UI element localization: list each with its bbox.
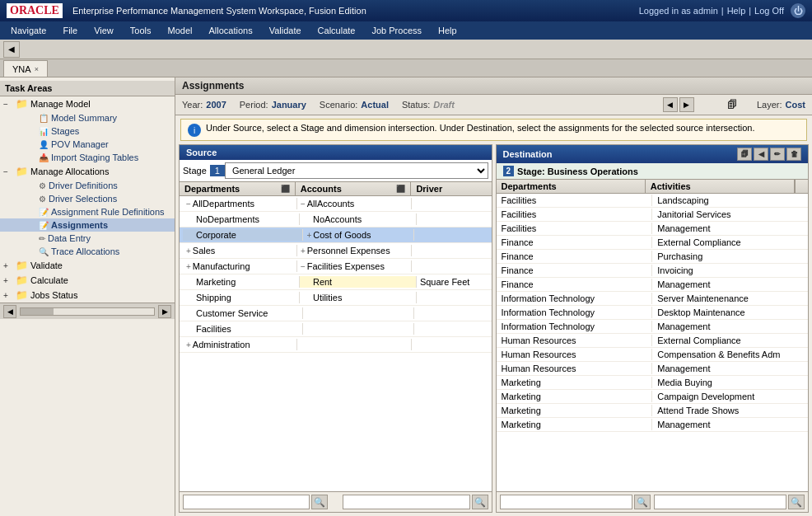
dest-edit-btn[interactable]: ✏: [770, 148, 785, 161]
dest-activity-search-btn[interactable]: 🔍: [788, 495, 805, 509]
scroll-left[interactable]: ◀: [3, 305, 16, 318]
menu-view[interactable]: View: [86, 23, 121, 38]
table-row[interactable]: Facilities Management: [497, 222, 809, 236]
table-row[interactable]: Customer Service: [180, 306, 492, 321]
account-search-input[interactable]: [343, 495, 469, 509]
dept-search-input[interactable]: [183, 495, 310, 509]
expand-icon[interactable]: −: [186, 199, 191, 209]
dept-cell: Information Technology: [497, 293, 653, 304]
dept-cell: Marketing: [497, 419, 653, 430]
back-button[interactable]: ◀: [3, 41, 20, 58]
menu-jobprocess[interactable]: Job Process: [364, 23, 429, 38]
table-row[interactable]: Marketing Rent Square Feet: [180, 274, 492, 290]
menu-tools[interactable]: Tools: [123, 23, 159, 38]
table-row[interactable]: +Sales +Personnel Expenses: [180, 243, 492, 259]
sidebar-item-assignment-rule-defs[interactable]: 📝 Assignment Rule Definitions: [0, 205, 175, 218]
page-icon: 🗐: [727, 99, 737, 110]
expand-icon[interactable]: +: [186, 262, 191, 271]
expand-icon[interactable]: +: [186, 246, 191, 256]
sidebar-item-assignments[interactable]: 📝 Assignments: [0, 218, 175, 232]
table-row[interactable]: Human Resources External Compliance: [497, 334, 809, 348]
nav-prev[interactable]: ◀: [663, 97, 678, 112]
table-row[interactable]: Information Technology Desktop Maintenan…: [497, 306, 809, 320]
dept-cell: Finance: [497, 265, 653, 276]
sidebar-item-driver-definitions[interactable]: ⚙ Driver Definitions: [0, 179, 175, 192]
layer-value: Cost: [786, 100, 805, 110]
tab-close-icon[interactable]: ×: [35, 65, 39, 73]
table-row[interactable]: Finance External Compliance: [497, 236, 809, 250]
dept-cell: Information Technology: [497, 321, 653, 332]
table-row[interactable]: Human Resources Compensation & Benefits …: [497, 348, 809, 362]
sidebar-item-pov-manager[interactable]: 👤 POV Manager: [0, 138, 175, 151]
expand-icon[interactable]: +: [186, 340, 191, 349]
table-row[interactable]: +Administration: [180, 337, 492, 353]
table-row[interactable]: Marketing Management: [497, 418, 809, 432]
table-row[interactable]: −AllDepartments −AllAccounts: [180, 196, 492, 212]
account-cell: Utilities: [300, 292, 417, 303]
menu-validate[interactable]: Validate: [262, 23, 309, 38]
dest-delete-btn[interactable]: 🗑: [786, 148, 801, 161]
account-search-button[interactable]: 🔍: [472, 495, 488, 509]
dest-dept-search[interactable]: [500, 495, 632, 509]
expand-icon: +: [3, 261, 13, 270]
table-row[interactable]: Finance Purchasing: [497, 250, 809, 264]
section-label: Jobs Status: [30, 290, 77, 300]
dept-cell: Marketing: [497, 405, 653, 416]
nav-next[interactable]: ▶: [679, 97, 694, 112]
dept-col-header: Departments ⬛: [180, 182, 296, 195]
dept-search-button[interactable]: 🔍: [311, 495, 328, 509]
sidebar-section-manage-model[interactable]: − 📁 Manage Model: [0, 96, 175, 111]
expand-icon[interactable]: −: [301, 262, 306, 271]
table-row[interactable]: Marketing Campaign Development: [497, 390, 809, 404]
sidebar-item-import-staging[interactable]: 📥 Import Staging Tables: [0, 151, 175, 164]
help-link[interactable]: Help: [727, 6, 746, 16]
table-row[interactable]: Finance Invoicing: [497, 264, 809, 278]
table-row[interactable]: Human Resources Management: [497, 362, 809, 376]
table-row[interactable]: Finance Management: [497, 278, 809, 292]
dept-cell: Corporate: [183, 229, 303, 241]
sidebar-item-driver-selections[interactable]: ⚙ Driver Selections: [0, 192, 175, 205]
sidebar-section-calculate[interactable]: + 📁 Calculate: [0, 273, 175, 288]
expand-icon[interactable]: +: [306, 231, 311, 240]
table-row[interactable]: Shipping Utilities: [180, 290, 492, 306]
table-row[interactable]: Facilities Landscaping: [497, 194, 809, 208]
sidebar-item-trace-allocations[interactable]: 🔍 Trace Allocations: [0, 245, 175, 258]
menu-model[interactable]: Model: [161, 23, 200, 38]
source-header: Source: [180, 145, 492, 160]
data-entry-icon: ✏: [39, 234, 45, 243]
scroll-right[interactable]: ▶: [158, 305, 171, 318]
table-row[interactable]: Information Technology Server Maintenena…: [497, 292, 809, 306]
table-row[interactable]: Marketing Media Buying: [497, 376, 809, 390]
sidebar-item-model-summary[interactable]: 📋 Model Summary: [0, 111, 175, 124]
menu-allocations[interactable]: Allocations: [201, 23, 259, 38]
expand-icon[interactable]: −: [301, 199, 306, 209]
table-row[interactable]: +Manufacturing −Facilities Expenses: [180, 259, 492, 274]
dest-new-btn[interactable]: 🗐: [737, 148, 752, 161]
table-row[interactable]: NoDepartments NoAccounts: [180, 212, 492, 228]
sidebar-item-data-entry[interactable]: ✏ Data Entry: [0, 232, 175, 245]
menu-navigate[interactable]: Navigate: [3, 23, 54, 38]
dest-header: Destination 🗐 ◀ ✏ 🗑: [497, 145, 809, 163]
menu-file[interactable]: File: [55, 23, 85, 38]
table-row[interactable]: Facilities Janitorial Services: [497, 208, 809, 222]
yna-tab[interactable]: YNA ×: [3, 60, 48, 77]
dest-back-btn[interactable]: ◀: [754, 148, 768, 161]
expand-icon[interactable]: +: [301, 246, 306, 256]
menu-calculate[interactable]: Calculate: [310, 23, 363, 38]
table-row[interactable]: Facilities: [180, 321, 492, 337]
dest-title: Destination: [503, 149, 553, 159]
sidebar-section-jobs-status[interactable]: + 📁 Jobs Status: [0, 288, 175, 303]
table-row[interactable]: Corporate +Cost of Goods: [180, 228, 492, 243]
dept-cell: Marketing: [497, 391, 653, 402]
stage-dropdown[interactable]: General Ledger: [225, 162, 488, 179]
menu-help[interactable]: Help: [431, 23, 464, 38]
dest-dept-search-btn[interactable]: 🔍: [634, 495, 651, 509]
logoff-link[interactable]: Log Off: [754, 6, 784, 16]
dest-activity-search[interactable]: [654, 495, 786, 509]
filter-bar: Year: 2007 Period: January Scenario: Act…: [175, 95, 812, 115]
sidebar-item-stages[interactable]: 📊 Stages: [0, 124, 175, 138]
table-row[interactable]: Marketing Attend Trade Shows: [497, 404, 809, 418]
sidebar-section-validate[interactable]: + 📁 Validate: [0, 258, 175, 273]
sidebar-section-manage-allocations[interactable]: − 📁 Manage Allocations: [0, 164, 175, 179]
table-row[interactable]: Information Technology Management: [497, 320, 809, 334]
